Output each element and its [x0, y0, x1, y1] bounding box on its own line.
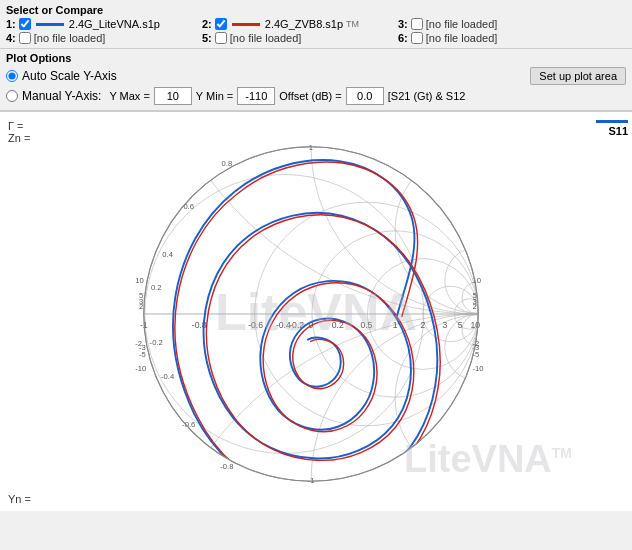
y-max-label: Y Max = — [109, 90, 149, 102]
svg-text:0.4: 0.4 — [162, 250, 173, 259]
info-left: Γ = Zn = — [8, 120, 30, 144]
file-num-2: 2: — [202, 18, 212, 30]
auto-scale-label: Auto Scale Y-Axis — [22, 69, 117, 83]
main-plot: LiteVNA LiteVNATM Γ = Zn = S11 Yn = — [0, 111, 632, 511]
file-num-3: 3: — [398, 18, 408, 30]
file-item-1: 1: 2.4G_LiteVNA.s1p — [6, 18, 196, 30]
file-checkbox-6[interactable] — [411, 32, 423, 44]
manual-y-label: Manual Y-Axis: — [22, 89, 101, 103]
legend-right: S11 — [596, 120, 628, 137]
svg-text:2: 2 — [472, 302, 476, 311]
svg-text:-10: -10 — [135, 364, 146, 373]
file-row-2: 4: [no file loaded] 5: [no file loaded] … — [6, 32, 626, 44]
file-name-4: [no file loaded] — [34, 32, 106, 44]
yn-label: Yn = — [8, 493, 31, 505]
plot-options-manual-row: Manual Y-Axis: Y Max = Y Min = Offset (d… — [6, 87, 626, 105]
y-min-input[interactable] — [237, 87, 275, 105]
y-min-label: Y Min = — [196, 90, 233, 102]
file-checkbox-2[interactable] — [215, 18, 227, 30]
smith-chart-container: -1 -0.8 -0.6 -0.4 -0.2 0 0.2 0.5 1 2 3 5… — [30, 142, 592, 486]
file-num-6: 6: — [398, 32, 408, 44]
manual-y-radio-row[interactable]: Manual Y-Axis: — [6, 89, 101, 103]
svg-text:-10: -10 — [472, 364, 483, 373]
plot-options-title: Plot Options — [6, 52, 626, 64]
y-controls: Y Max = Y Min = Offset (dB) = [S21 (Gt) … — [109, 87, 465, 105]
file-name-5: [no file loaded] — [230, 32, 302, 44]
setup-btn-area: Set up plot area — [530, 67, 626, 85]
auto-scale-radio[interactable] — [6, 70, 18, 82]
svg-text:0.2: 0.2 — [151, 283, 162, 292]
svg-text:10: 10 — [471, 320, 481, 330]
svg-text:2: 2 — [139, 302, 143, 311]
svg-text:2: 2 — [420, 320, 425, 330]
y-max-input[interactable] — [154, 87, 192, 105]
svg-text:-5: -5 — [139, 350, 146, 359]
file-check-input-3[interactable] — [411, 18, 423, 30]
tm-label-2: TM — [346, 19, 359, 29]
svg-text:0.5: 0.5 — [360, 320, 372, 330]
file-checkbox-5[interactable] — [215, 32, 227, 44]
file-check-input-4[interactable] — [19, 32, 31, 44]
file-num-1: 1: — [6, 18, 16, 30]
auto-scale-radio-row[interactable]: Auto Scale Y-Axis — [6, 69, 117, 83]
manual-y-radio[interactable] — [6, 90, 18, 102]
file-item-3: 3: [no file loaded] — [398, 18, 588, 30]
file-num-5: 5: — [202, 32, 212, 44]
gamma-label: Γ = — [8, 120, 30, 132]
top-panel: Select or Compare 1: 2.4G_LiteVNA.s1p 2:… — [0, 0, 632, 49]
svg-text:-0.4: -0.4 — [161, 372, 175, 381]
smith-chart-svg: -1 -0.8 -0.6 -0.4 -0.2 0 0.2 0.5 1 2 3 5… — [30, 142, 592, 486]
svg-text:-0.6: -0.6 — [248, 320, 263, 330]
svg-text:0.8: 0.8 — [222, 159, 233, 168]
file-checkbox-1[interactable] — [19, 18, 31, 30]
file-check-input-6[interactable] — [411, 32, 423, 44]
file-item-5: 5: [no file loaded] — [202, 32, 392, 44]
setup-plot-button[interactable]: Set up plot area — [530, 67, 626, 85]
legend-line-blue — [596, 120, 628, 123]
file-item-6: 6: [no file loaded] — [398, 32, 588, 44]
file-row-1: 1: 2.4G_LiteVNA.s1p 2: 2.4G_ZVB8.s1p TM … — [6, 18, 626, 30]
svg-text:-0.8: -0.8 — [220, 462, 233, 471]
svg-text:-0.2: -0.2 — [150, 338, 163, 347]
select-compare-label: Select or Compare — [6, 4, 626, 16]
svg-text:3: 3 — [442, 320, 447, 330]
svg-text:10: 10 — [135, 276, 143, 285]
file-name-6: [no file loaded] — [426, 32, 498, 44]
offset-label: Offset (dB) = — [279, 90, 341, 102]
zn-label: Zn = — [8, 132, 30, 144]
file-check-input-5[interactable] — [215, 32, 227, 44]
file-item-4: 4: [no file loaded] — [6, 32, 196, 44]
s11-legend-label: S11 — [608, 125, 628, 137]
file-checkbox-4[interactable] — [19, 32, 31, 44]
file-check-input-1[interactable] — [19, 18, 31, 30]
plot-options-section: Plot Options Auto Scale Y-Axis Set up pl… — [0, 49, 632, 111]
svg-text:5: 5 — [458, 320, 463, 330]
file-check-input-2[interactable] — [215, 18, 227, 30]
file-num-4: 4: — [6, 32, 16, 44]
offset-input[interactable] — [346, 87, 384, 105]
file-item-2: 2: 2.4G_ZVB8.s1p TM — [202, 18, 392, 30]
file-line-1 — [36, 23, 64, 26]
file-line-2 — [232, 23, 260, 26]
file-name-1: 2.4G_LiteVNA.s1p — [69, 18, 160, 30]
plot-options-auto-row: Auto Scale Y-Axis Set up plot area — [6, 67, 626, 85]
svg-text:1: 1 — [393, 320, 398, 330]
param-label: [S21 (Gt) & S12 — [388, 90, 466, 102]
file-name-2: 2.4G_ZVB8.s1p — [265, 18, 343, 30]
file-name-3: [no file loaded] — [426, 18, 498, 30]
file-checkbox-3[interactable] — [411, 18, 423, 30]
